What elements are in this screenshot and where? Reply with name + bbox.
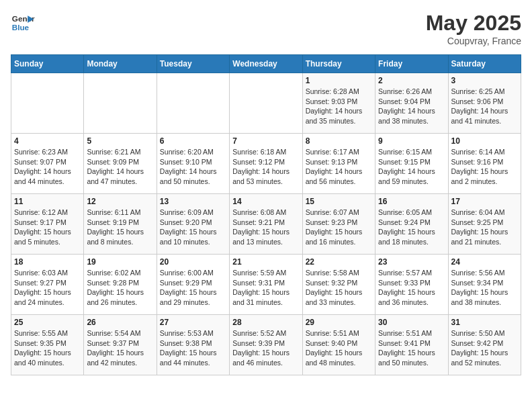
day-detail: Sunrise: 5:53 AMSunset: 9:38 PMDaylight:… — [160, 328, 226, 368]
day-number: 18 — [14, 257, 81, 267]
day-of-week-header: Sunday — [11, 55, 84, 73]
day-detail: Sunrise: 6:23 AMSunset: 9:07 PMDaylight:… — [14, 147, 81, 187]
calendar-week-row: 18Sunrise: 6:03 AMSunset: 9:27 PMDayligh… — [11, 255, 521, 315]
day-detail: Sunrise: 6:11 AMSunset: 9:19 PMDaylight:… — [87, 208, 153, 247]
day-detail: Sunrise: 6:18 AMSunset: 9:12 PMDaylight:… — [232, 147, 299, 187]
day-number: 15 — [306, 197, 372, 206]
calendar-day-cell: 13Sunrise: 6:09 AMSunset: 9:20 PMDayligh… — [157, 194, 229, 255]
calendar-day-cell: 12Sunrise: 6:11 AMSunset: 9:19 PMDayligh… — [84, 194, 157, 255]
day-detail: Sunrise: 5:51 AMSunset: 9:40 PMDaylight:… — [306, 328, 372, 368]
calendar-day-cell: 18Sunrise: 6:03 AMSunset: 9:27 PMDayligh… — [11, 255, 84, 315]
day-detail: Sunrise: 5:54 AMSunset: 9:37 PMDaylight:… — [87, 328, 153, 368]
day-detail: Sunrise: 6:05 AMSunset: 9:24 PMDaylight:… — [378, 208, 445, 247]
day-number: 13 — [160, 197, 226, 206]
calendar-day-cell: 31Sunrise: 5:50 AMSunset: 9:42 PMDayligh… — [448, 315, 521, 375]
calendar-day-cell: 11Sunrise: 6:12 AMSunset: 9:17 PMDayligh… — [11, 194, 84, 255]
calendar-day-cell: 10Sunrise: 6:14 AMSunset: 9:16 PMDayligh… — [448, 134, 521, 194]
calendar-week-row: 4Sunrise: 6:23 AMSunset: 9:07 PMDaylight… — [11, 134, 521, 194]
day-number: 22 — [306, 257, 372, 267]
day-number: 9 — [378, 136, 445, 146]
day-detail: Sunrise: 6:03 AMSunset: 9:27 PMDaylight:… — [14, 268, 81, 308]
day-detail: Sunrise: 6:17 AMSunset: 9:13 PMDaylight:… — [306, 147, 372, 187]
day-detail: Sunrise: 6:25 AMSunset: 9:06 PMDaylight:… — [451, 87, 518, 126]
calendar-day-cell: 26Sunrise: 5:54 AMSunset: 9:37 PMDayligh… — [84, 315, 157, 375]
day-number: 17 — [451, 197, 518, 206]
day-detail: Sunrise: 6:00 AMSunset: 9:29 PMDaylight:… — [160, 268, 226, 308]
day-of-week-header: Thursday — [302, 55, 375, 73]
day-number: 16 — [378, 197, 445, 206]
calendar-day-cell: 22Sunrise: 5:58 AMSunset: 9:32 PMDayligh… — [302, 255, 375, 315]
day-detail: Sunrise: 6:02 AMSunset: 9:28 PMDaylight:… — [87, 268, 153, 308]
day-detail: Sunrise: 6:28 AMSunset: 9:03 PMDaylight:… — [306, 87, 372, 126]
day-number: 23 — [378, 257, 445, 267]
calendar-day-cell: 27Sunrise: 5:53 AMSunset: 9:38 PMDayligh… — [157, 315, 229, 375]
day-number: 4 — [14, 136, 81, 146]
calendar-day-cell: 15Sunrise: 6:07 AMSunset: 9:23 PMDayligh… — [302, 194, 375, 255]
calendar-day-cell: 4Sunrise: 6:23 AMSunset: 9:07 PMDaylight… — [11, 134, 84, 194]
day-detail: Sunrise: 6:20 AMSunset: 9:10 PMDaylight:… — [160, 147, 226, 187]
day-of-week-header: Tuesday — [157, 55, 229, 73]
day-detail: Sunrise: 6:04 AMSunset: 9:25 PMDaylight:… — [451, 208, 518, 247]
day-number: 6 — [160, 136, 226, 146]
calendar-day-cell: 23Sunrise: 5:57 AMSunset: 9:33 PMDayligh… — [375, 255, 448, 315]
day-detail: Sunrise: 5:52 AMSunset: 9:39 PMDaylight:… — [232, 328, 299, 368]
day-of-week-header: Wednesday — [230, 55, 302, 73]
day-of-week-header: Monday — [84, 55, 157, 73]
calendar-day-cell: 6Sunrise: 6:20 AMSunset: 9:10 PMDaylight… — [157, 134, 229, 194]
day-detail: Sunrise: 6:15 AMSunset: 9:15 PMDaylight:… — [378, 147, 445, 187]
day-of-week-header: Friday — [375, 55, 448, 73]
day-detail: Sunrise: 6:07 AMSunset: 9:23 PMDaylight:… — [306, 208, 372, 247]
day-number: 7 — [232, 136, 299, 146]
day-number: 29 — [306, 318, 372, 327]
calendar-week-row: 25Sunrise: 5:55 AMSunset: 9:35 PMDayligh… — [11, 315, 521, 375]
calendar-day-cell: 2Sunrise: 6:26 AMSunset: 9:04 PMDaylight… — [375, 73, 448, 134]
calendar-day-cell — [157, 73, 229, 134]
title-block: May 2025 Coupvray, France — [426, 11, 521, 46]
logo-icon: General Blue — [11, 11, 35, 35]
calendar-day-cell — [84, 73, 157, 134]
day-number: 27 — [160, 318, 226, 327]
day-number: 26 — [87, 318, 153, 327]
day-of-week-header: Saturday — [448, 55, 521, 73]
day-number: 2 — [378, 76, 445, 85]
day-detail: Sunrise: 5:58 AMSunset: 9:32 PMDaylight:… — [306, 268, 372, 308]
calendar-day-cell: 20Sunrise: 6:00 AMSunset: 9:29 PMDayligh… — [157, 255, 229, 315]
calendar-day-cell: 7Sunrise: 6:18 AMSunset: 9:12 PMDaylight… — [230, 134, 302, 194]
day-number: 21 — [232, 257, 299, 267]
calendar-day-cell: 3Sunrise: 6:25 AMSunset: 9:06 PMDaylight… — [448, 73, 521, 134]
day-number: 25 — [14, 318, 81, 327]
day-number: 20 — [160, 257, 226, 267]
calendar-table: SundayMondayTuesdayWednesdayThursdayFrid… — [11, 54, 521, 375]
day-number: 31 — [451, 318, 518, 327]
day-detail: Sunrise: 5:56 AMSunset: 9:34 PMDaylight:… — [451, 268, 518, 308]
calendar-body: 1Sunrise: 6:28 AMSunset: 9:03 PMDaylight… — [11, 73, 521, 375]
day-number: 14 — [232, 197, 299, 206]
calendar-day-cell: 5Sunrise: 6:21 AMSunset: 9:09 PMDaylight… — [84, 134, 157, 194]
day-number: 1 — [306, 76, 372, 85]
month-title: May 2025 — [426, 11, 521, 36]
calendar-day-cell: 19Sunrise: 6:02 AMSunset: 9:28 PMDayligh… — [84, 255, 157, 315]
day-detail: Sunrise: 6:12 AMSunset: 9:17 PMDaylight:… — [14, 208, 81, 247]
calendar-day-cell: 16Sunrise: 6:05 AMSunset: 9:24 PMDayligh… — [375, 194, 448, 255]
day-number: 10 — [451, 136, 518, 146]
calendar-week-row: 11Sunrise: 6:12 AMSunset: 9:17 PMDayligh… — [11, 194, 521, 255]
day-detail: Sunrise: 6:08 AMSunset: 9:21 PMDaylight:… — [232, 208, 299, 247]
day-detail: Sunrise: 5:55 AMSunset: 9:35 PMDaylight:… — [14, 328, 81, 368]
calendar-day-cell: 29Sunrise: 5:51 AMSunset: 9:40 PMDayligh… — [302, 315, 375, 375]
day-detail: Sunrise: 6:14 AMSunset: 9:16 PMDaylight:… — [451, 147, 518, 187]
day-number: 8 — [306, 136, 372, 146]
day-number: 11 — [14, 197, 81, 206]
calendar-day-cell: 14Sunrise: 6:08 AMSunset: 9:21 PMDayligh… — [230, 194, 302, 255]
calendar-day-cell: 1Sunrise: 6:28 AMSunset: 9:03 PMDaylight… — [302, 73, 375, 134]
day-number: 12 — [87, 197, 153, 206]
calendar-day-cell: 25Sunrise: 5:55 AMSunset: 9:35 PMDayligh… — [11, 315, 84, 375]
day-detail: Sunrise: 5:59 AMSunset: 9:31 PMDaylight:… — [232, 268, 299, 308]
day-detail: Sunrise: 6:09 AMSunset: 9:20 PMDaylight:… — [160, 208, 226, 247]
calendar-day-cell: 24Sunrise: 5:56 AMSunset: 9:34 PMDayligh… — [448, 255, 521, 315]
day-detail: Sunrise: 6:21 AMSunset: 9:09 PMDaylight:… — [87, 147, 153, 187]
day-number: 28 — [232, 318, 299, 327]
calendar-week-row: 1Sunrise: 6:28 AMSunset: 9:03 PMDaylight… — [11, 73, 521, 134]
page-header: General Blue May 2025 Coupvray, France — [11, 11, 521, 46]
calendar-day-cell: 28Sunrise: 5:52 AMSunset: 9:39 PMDayligh… — [230, 315, 302, 375]
day-number: 19 — [87, 257, 153, 267]
